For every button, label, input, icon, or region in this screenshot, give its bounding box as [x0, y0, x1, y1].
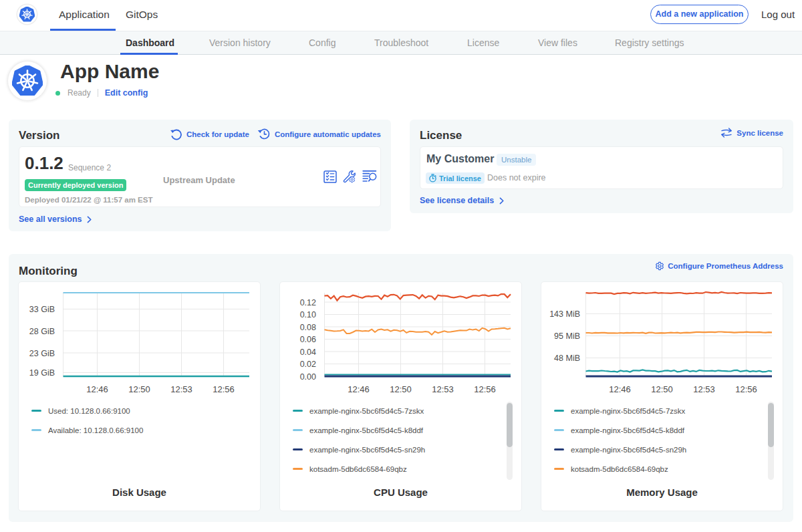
svg-text:19 GiB: 19 GiB [29, 368, 55, 378]
svg-text:0.08: 0.08 [300, 323, 316, 332]
svg-text:28 GiB: 28 GiB [29, 327, 55, 336]
svg-text:95 MiB: 95 MiB [554, 331, 580, 341]
svg-text:12:56: 12:56 [474, 384, 496, 394]
svg-text:143 MiB: 143 MiB [549, 309, 580, 319]
svg-text:12:56: 12:56 [213, 384, 235, 394]
svg-text:12:46: 12:46 [609, 384, 631, 394]
svg-text:12:46: 12:46 [86, 384, 108, 394]
svg-text:48 MiB: 48 MiB [554, 354, 580, 363]
svg-text:12:53: 12:53 [170, 384, 192, 394]
svg-text:0.04: 0.04 [300, 348, 316, 357]
svg-text:23 GiB: 23 GiB [29, 349, 55, 358]
svg-text:33 GiB: 33 GiB [29, 305, 55, 314]
svg-text:0.02: 0.02 [300, 360, 316, 369]
svg-text:0.06: 0.06 [300, 335, 316, 344]
svg-text:12:50: 12:50 [651, 384, 673, 394]
svg-text:12:50: 12:50 [128, 384, 150, 394]
svg-text:12:56: 12:56 [735, 384, 757, 394]
svg-text:12:46: 12:46 [348, 384, 370, 394]
svg-text:12:50: 12:50 [390, 384, 412, 394]
svg-text:0.12: 0.12 [300, 298, 316, 307]
svg-text:0.10: 0.10 [300, 310, 316, 319]
svg-text:12:53: 12:53 [432, 384, 454, 394]
svg-text:12:53: 12:53 [693, 384, 715, 394]
svg-text:0.00: 0.00 [300, 372, 316, 382]
